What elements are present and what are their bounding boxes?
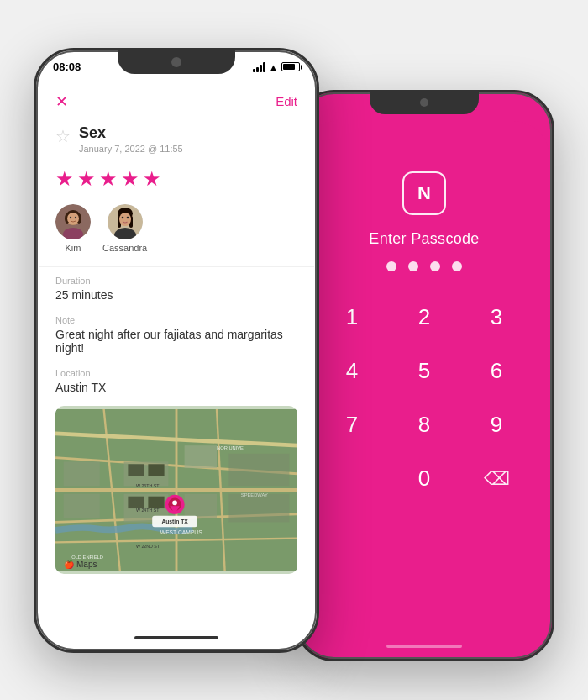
star-3: ★ — [99, 167, 118, 191]
svg-rect-35 — [228, 493, 289, 522]
signal-icon — [253, 62, 265, 72]
passcode-dots — [386, 261, 462, 271]
svg-rect-40 — [148, 464, 164, 476]
edit-button[interactable]: Edit — [276, 94, 297, 108]
delete-icon: ⌫ — [484, 468, 510, 490]
keypad-row-4: 0 ⌫ — [316, 458, 533, 500]
avatar-circle-cassandra — [108, 204, 143, 239]
svg-text:NOR UNIVE: NOR UNIVE — [217, 445, 244, 450]
key-empty — [324, 458, 380, 500]
avatar-circle-kim — [55, 204, 91, 239]
svg-rect-33 — [64, 493, 100, 518]
key-7[interactable]: 7 — [324, 404, 380, 446]
svg-point-7 — [70, 216, 71, 218]
dot-4 — [452, 261, 462, 271]
keypad-row-1: 1 2 3 — [316, 297, 533, 339]
passcode-logo: N — [402, 171, 446, 215]
svg-text:WEST CAMPUS: WEST CAMPUS — [160, 529, 202, 534]
rating-stars: ★ ★ ★ ★ ★ — [39, 164, 314, 201]
avatar-kim: Kim — [55, 204, 91, 253]
entry-title: Sex — [79, 124, 183, 142]
entry-date: January 7, 2022 @ 11:55 — [79, 144, 183, 154]
duration-value: 25 minutes — [55, 288, 297, 302]
svg-point-6 — [67, 213, 79, 224]
avatar-cassandra: Cassandra — [102, 204, 147, 253]
maps-label: Maps — [76, 560, 97, 569]
close-button[interactable]: ✕ — [55, 92, 68, 111]
divider-1 — [39, 266, 314, 267]
svg-text:W 22ND ST: W 22ND ST — [136, 544, 160, 549]
logo-letter: N — [417, 182, 431, 204]
avatar-name-cassandra: Cassandra — [102, 243, 147, 253]
svg-rect-36 — [228, 453, 289, 485]
key-8[interactable]: 8 — [396, 404, 452, 446]
svg-point-18 — [126, 216, 129, 218]
note-section: Note Great night after our fajiatas and … — [39, 308, 314, 361]
svg-rect-31 — [185, 493, 217, 518]
location-section: Location Austin TX — [39, 361, 314, 401]
maps-watermark: 🍎 Maps — [64, 560, 97, 569]
location-value: Austin TX — [55, 381, 297, 394]
left-screen: ✕ Edit ☆ Sex January 7, 2022 @ 11:55 ★ ★… — [39, 81, 314, 648]
notch-right — [370, 92, 479, 114]
key-1[interactable]: 1 — [324, 297, 380, 339]
keypad-row-2: 4 5 6 — [316, 350, 533, 392]
entry-info: Sex January 7, 2022 @ 11:55 — [79, 124, 183, 154]
phones-container: 08:08 ▲ ✕ Edit ☆ Sex January 7, 2 — [34, 23, 554, 678]
key-0[interactable]: 0 — [396, 458, 452, 500]
notch-left — [118, 50, 235, 74]
svg-rect-38 — [148, 496, 164, 508]
map-svg: WEST CAMPUS OLD ENFIELD NOR UNIVE SPEEDW… — [55, 406, 297, 574]
home-bar-left — [134, 636, 218, 639]
passcode-title: Enter Passcode — [369, 230, 479, 248]
keypad-row-3: 7 8 9 — [316, 404, 533, 446]
delete-button[interactable]: ⌫ — [469, 458, 524, 500]
status-time: 08:08 — [53, 61, 81, 73]
key-2[interactable]: 2 — [396, 297, 452, 339]
svg-point-16 — [119, 213, 131, 226]
svg-text:W 24TH ST: W 24TH ST — [136, 507, 160, 512]
star-2: ★ — [77, 167, 96, 191]
avatar-name-kim: Kim — [66, 243, 81, 253]
svg-text:OLD ENFIELD: OLD ENFIELD — [71, 554, 103, 559]
duration-label: Duration — [55, 276, 297, 286]
duration-section: Duration 25 minutes — [39, 269, 314, 308]
key-6[interactable]: 6 — [469, 350, 524, 392]
right-screen: N Enter Passcode 1 2 3 4 5 6 — [299, 121, 549, 656]
svg-text:SPEEDWAY: SPEEDWAY — [241, 492, 268, 497]
dot-2 — [408, 261, 418, 271]
star-1: ★ — [55, 167, 74, 191]
svg-rect-37 — [128, 496, 144, 508]
location-label: Location — [55, 368, 297, 378]
key-5[interactable]: 5 — [396, 350, 452, 392]
dot-3 — [430, 261, 440, 271]
status-icons: ▲ — [253, 62, 300, 72]
battery-icon — [281, 62, 300, 71]
passcode-grid: 1 2 3 4 5 6 7 8 9 0 ⌫ — [299, 297, 549, 512]
svg-text:W 26TH ST: W 26TH ST — [136, 483, 160, 488]
svg-point-17 — [121, 216, 123, 218]
svg-rect-34 — [64, 461, 100, 486]
app-header: ✕ Edit — [39, 81, 314, 118]
map-container: WEST CAMPUS OLD ENFIELD NOR UNIVE SPEEDW… — [55, 406, 297, 574]
svg-point-50 — [172, 500, 177, 505]
key-4[interactable]: 4 — [324, 350, 380, 392]
dot-1 — [386, 261, 396, 271]
key-9[interactable]: 9 — [469, 404, 524, 446]
apple-logo-icon: 🍎 — [64, 560, 74, 569]
entry-title-section: ☆ Sex January 7, 2022 @ 11:55 — [39, 118, 314, 164]
star-5: ★ — [143, 167, 161, 191]
svg-text:Austin TX: Austin TX — [161, 518, 188, 524]
note-label: Note — [55, 315, 297, 325]
svg-point-8 — [75, 216, 76, 218]
key-3[interactable]: 3 — [469, 297, 524, 339]
svg-rect-39 — [128, 464, 144, 476]
star-4: ★ — [121, 167, 139, 191]
wifi-icon: ▲ — [269, 62, 278, 72]
avatars-section: Kim — [39, 201, 314, 265]
svg-rect-32 — [185, 445, 217, 468]
phone-left: 08:08 ▲ ✕ Edit ☆ Sex January 7, 2 — [34, 48, 319, 653]
home-bar-right — [386, 645, 462, 648]
phone-right: N Enter Passcode 1 2 3 4 5 6 — [294, 90, 554, 661]
note-value: Great night after our fajiatas and marga… — [55, 328, 297, 355]
